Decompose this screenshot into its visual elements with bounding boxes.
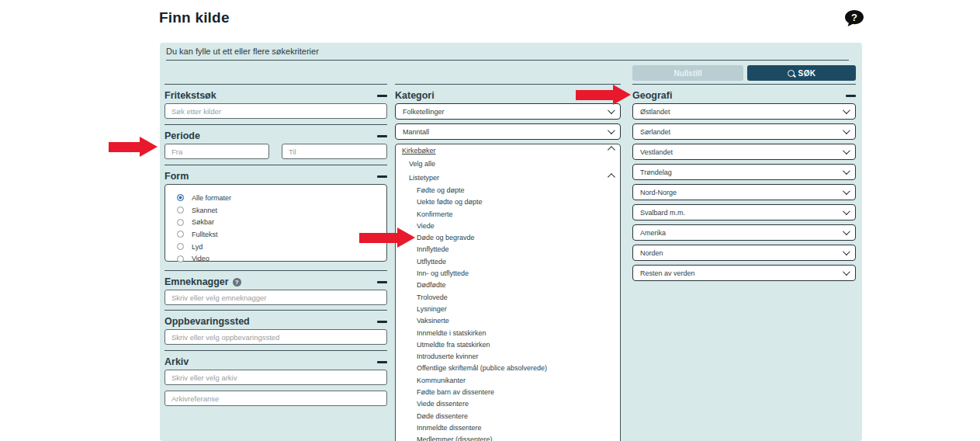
- chevron-down-icon: [843, 127, 850, 134]
- section-geografi-header: Geografi: [632, 84, 856, 101]
- geografi-dropdown[interactable]: Trøndelag: [632, 164, 856, 180]
- velg-alle-label: Velg alle: [409, 160, 435, 168]
- geografi-dropdown[interactable]: Nord-Norge: [632, 184, 856, 200]
- collapse-minus-icon[interactable]: [377, 281, 387, 283]
- kategori-dropdown[interactable]: Manntall: [395, 123, 621, 140]
- kategori-dropdown[interactable]: Folketellinger: [395, 103, 621, 120]
- geografi-dropdown[interactable]: Amerika: [632, 224, 856, 241]
- listetype-item[interactable]: Fødte og døpte: [417, 185, 547, 196]
- section-fritekstsok-header: Fritekstsøk: [164, 84, 387, 101]
- chevron-down-icon: [843, 248, 850, 255]
- oppbevaringssted-input[interactable]: [164, 329, 387, 345]
- dropdown-value: Nord-Norge: [640, 189, 677, 196]
- collapse-minus-icon[interactable]: [377, 361, 387, 363]
- chevron-down-icon: [843, 268, 850, 276]
- top-divider: [166, 60, 849, 61]
- dropdown-value: Trøndelag: [640, 168, 672, 176]
- radio-label: Video: [192, 255, 210, 262]
- listetype-item[interactable]: Medlemmer (dissentere): [417, 434, 547, 441]
- listetype-item[interactable]: Introduserte kvinner: [417, 351, 547, 363]
- listetype-item[interactable]: Døde dissentere: [417, 411, 547, 422]
- geografi-dropdown[interactable]: Svalbard m.m.: [632, 204, 856, 220]
- geografi-dropdown[interactable]: Vestlandet: [632, 144, 856, 160]
- kirkeboker-link[interactable]: Kirkebøker: [402, 147, 436, 155]
- form-radio-group: Alle formater Skannet Søkbar Fulltekst L…: [165, 185, 386, 265]
- listetype-item[interactable]: Dødfødte: [417, 280, 547, 291]
- listetype-item[interactable]: Innflyttede: [417, 244, 547, 255]
- reset-button[interactable]: Nullstill: [632, 65, 743, 81]
- listetype-item[interactable]: Konfirmerte: [417, 209, 547, 220]
- radio-video[interactable]: Video: [177, 252, 386, 265]
- listetype-item[interactable]: Utmeldte fra statskirken: [417, 339, 547, 351]
- section-arkiv-header: Arkiv: [164, 350, 387, 367]
- listetype-item[interactable]: Innmeldte dissentere: [417, 422, 547, 434]
- radio-selected-icon: [177, 194, 184, 201]
- arkivreferanse-input[interactable]: [164, 391, 387, 406]
- chevron-down-icon: [843, 167, 850, 175]
- radio-icon: [177, 243, 184, 250]
- radio-alle-formater[interactable]: Alle formater: [177, 192, 386, 204]
- listetype-item[interactable]: Viede dissentere: [417, 398, 547, 410]
- radio-fulltekst[interactable]: Fulltekst: [177, 228, 386, 241]
- dropdown-value: Folketellinger: [403, 108, 445, 116]
- listetype-item[interactable]: Trolovede: [417, 292, 547, 304]
- dropdown-value: Østlandet: [640, 108, 670, 116]
- dropdown-value: Vestlandet: [640, 148, 673, 156]
- listetype-item[interactable]: Kommunikanter: [417, 375, 547, 387]
- listetype-item[interactable]: Døde og begravde: [417, 232, 547, 244]
- chevron-down-icon: [843, 207, 850, 215]
- geografi-dropdown[interactable]: Norden: [632, 245, 856, 261]
- dropdown-value: Resten av verden: [640, 269, 695, 277]
- radio-sokbar[interactable]: Søkbar: [177, 216, 386, 228]
- velg-alle-row[interactable]: Velg alle: [409, 160, 613, 168]
- dropdown-value: Manntall: [403, 128, 429, 136]
- radio-icon: [177, 207, 184, 214]
- emneknagger-title: Emneknagger ?: [164, 276, 241, 287]
- listetype-item[interactable]: Lysninger: [417, 304, 547, 315]
- listetype-item[interactable]: Uekte fødte og døpte: [417, 196, 547, 208]
- chevron-down-icon: [843, 106, 850, 114]
- listetype-item[interactable]: Innmeldte i statskirken: [417, 328, 547, 339]
- collapse-minus-icon[interactable]: [377, 95, 387, 97]
- search-button[interactable]: SØK: [747, 65, 856, 81]
- listetype-item[interactable]: Vaksinerte: [417, 315, 547, 327]
- radio-icon: [177, 231, 184, 238]
- arkiv-input[interactable]: [164, 370, 387, 385]
- radio-skannet[interactable]: Skannet: [177, 204, 386, 217]
- collapse-minus-icon[interactable]: [377, 321, 387, 323]
- panel-instruction: Du kan fylle ut ett eller flere søkekrit…: [166, 47, 319, 56]
- radio-lyd[interactable]: Lyd: [177, 241, 386, 253]
- kategori-title: Kategori: [395, 90, 435, 101]
- help-circle-icon[interactable]: ?: [233, 278, 241, 286]
- radio-label: Fulltekst: [192, 231, 218, 238]
- finn-kilde-page: Finn kilde ? Du kan fylle ut ett eller f…: [0, 0, 980, 441]
- geografi-dropdowns: Østlandet Sørlandet Vestlandet Trøndelag…: [632, 103, 856, 281]
- listetype-item[interactable]: Utflyttede: [417, 256, 547, 268]
- listetype-item[interactable]: Inn- og utflyttede: [417, 268, 547, 280]
- listetype-item[interactable]: Fødte barn av dissentere: [417, 387, 547, 398]
- radio-label: Alle formater: [192, 194, 231, 202]
- geografi-dropdown[interactable]: Resten av verden: [632, 265, 856, 281]
- emneknagger-title-text: Emneknagger: [164, 276, 229, 287]
- kirkeboker-row[interactable]: Kirkebøker: [402, 147, 613, 155]
- periode-til-input[interactable]: [282, 144, 387, 159]
- fritekst-input[interactable]: [164, 103, 387, 119]
- help-bubble-icon[interactable]: ?: [844, 9, 864, 27]
- fritekstsok-title: Fritekstsøk: [164, 90, 216, 101]
- geografi-dropdown[interactable]: Østlandet: [632, 103, 856, 120]
- collapse-minus-icon[interactable]: [846, 95, 856, 97]
- periode-fra-input[interactable]: [164, 144, 269, 159]
- emneknagger-input[interactable]: [164, 290, 387, 305]
- radio-label: Lyd: [192, 243, 203, 251]
- listetype-item[interactable]: Offentlige skriftemål (publice absolvere…: [417, 363, 547, 374]
- listetype-item[interactable]: Viede: [417, 220, 547, 232]
- collapse-minus-icon[interactable]: [377, 135, 387, 137]
- dropdown-value: Sørlandet: [640, 128, 670, 136]
- listetyper-row[interactable]: Listetyper: [409, 174, 613, 182]
- section-oppbevaringssted-header: Oppbevaringssted: [164, 310, 387, 327]
- form-title: Form: [164, 171, 189, 182]
- collapse-minus-icon[interactable]: [377, 175, 387, 178]
- geografi-dropdown[interactable]: Sørlandet: [632, 123, 856, 140]
- radio-label: Søkbar: [192, 218, 214, 226]
- chevron-down-icon: [608, 106, 615, 114]
